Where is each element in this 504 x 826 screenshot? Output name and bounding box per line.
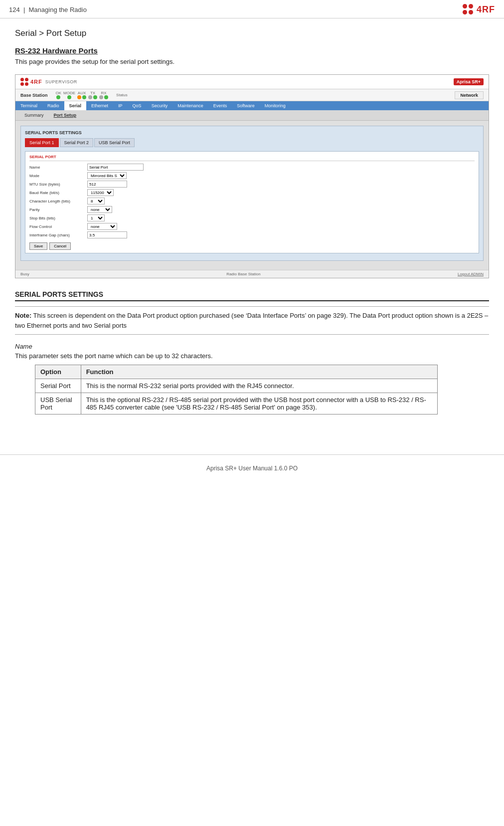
ui-brand-dot-1	[20, 78, 24, 81]
col-function: Function	[81, 365, 438, 379]
ui-indicator-rx-dots	[99, 95, 108, 99]
option-serial-port: Serial Port	[35, 379, 81, 393]
ui-subpanel: SERIAL PORT Name Mode Mirrored Bits S MT…	[25, 151, 479, 253]
ui-nav-ip[interactable]: IP	[113, 101, 128, 110]
ui-select-stop-bits[interactable]: 1	[87, 214, 105, 221]
ui-nav: Terminal Radio Serial Ethernet IP QoS Se…	[15, 101, 489, 110]
option-usb-serial-port: USB Serial Port	[35, 393, 81, 414]
ui-nav-software[interactable]: Software	[232, 101, 260, 110]
ui-nav-ethernet[interactable]: Ethernet	[86, 101, 113, 110]
ui-indicator-mode-label: MODE	[63, 91, 75, 95]
ui-dot-rx2	[104, 95, 108, 99]
logo-text: 4RF	[477, 4, 495, 15]
ui-nav-radio[interactable]: Radio	[42, 101, 64, 110]
ui-subnav-port-setup[interactable]: Port Setup	[49, 112, 82, 119]
ui-network-tab[interactable]: Network	[455, 91, 484, 99]
ui-select-mode[interactable]: Mirrored Bits S	[87, 172, 127, 179]
ui-nav-qos[interactable]: QoS	[128, 101, 147, 110]
ui-form-row-mode: Mode Mirrored Bits S	[29, 172, 475, 179]
ui-indicator-aux: AUX	[77, 91, 86, 99]
ui-select-flow-control[interactable]: none	[87, 223, 117, 230]
ui-supervisor-text: SUPERVISOR	[45, 79, 77, 84]
rs232-section-desc: This page provides the setup for the ser…	[15, 58, 489, 65]
ui-form-label-name: Name	[29, 165, 84, 170]
page-footer: Aprisa SR+ User Manual 1.6.0 PO	[0, 454, 504, 482]
ui-indicator-aux-label: AUX	[78, 91, 86, 95]
ui-footer-center: Radio Base Station	[226, 272, 261, 276]
options-table: Option Function Serial Port This is the …	[35, 365, 438, 414]
ui-dot-tx2	[93, 95, 97, 99]
page-content: Serial > Port Setup RS-232 Hardware Port…	[0, 18, 504, 434]
ui-status-indicators: OK MODE AUX	[56, 91, 109, 99]
ui-nav-security[interactable]: Security	[147, 101, 173, 110]
logo-dot-2	[469, 4, 473, 8]
ui-subnav-summary[interactable]: Summary	[19, 112, 49, 119]
ui-form-label-baud: Baud Rate (bit/s)	[29, 191, 84, 195]
param-desc: This parameter sets the port name which …	[15, 352, 489, 360]
ui-nav-events[interactable]: Events	[208, 101, 232, 110]
aprisa-badge: Aprisa SR+	[454, 78, 484, 85]
table-row: USB Serial Port This is the optional RS-…	[35, 393, 438, 414]
ui-brand-dot-3	[20, 82, 24, 86]
note-block: Note: This screen is dependent on the Da…	[15, 306, 489, 335]
logo-dots	[463, 4, 474, 15]
param-name: Name	[15, 343, 489, 350]
ui-cancel-button[interactable]: Cancel	[49, 242, 71, 250]
footer-text: Aprisa SR+ User Manual 1.6.0 PO	[206, 465, 298, 472]
page-section: Managing the Radio	[29, 6, 87, 13]
ui-tab-serial-port-2[interactable]: Serial Port 2	[60, 138, 94, 147]
ui-indicator-tx-label: TX	[90, 91, 95, 95]
ui-subnav: Summary Port Setup	[15, 110, 489, 121]
ui-subpanel-title: SERIAL PORT	[29, 155, 475, 161]
ui-save-button[interactable]: Save	[29, 242, 47, 250]
ui-dot-aux	[77, 95, 81, 99]
ui-indicator-ok: OK	[56, 91, 62, 99]
ui-tab-usb-serial-port[interactable]: USB Serial Port	[94, 138, 135, 147]
ui-tab-serial-port-1[interactable]: Serial Port 1	[25, 138, 59, 147]
logo-dot-3	[463, 10, 467, 14]
ui-form-row-flow-control: Flow Control none	[29, 223, 475, 230]
ui-nav-serial[interactable]: Serial	[64, 101, 87, 110]
ui-input-interframe[interactable]	[87, 231, 127, 238]
ui-brand-dots	[20, 78, 28, 86]
ui-form-row-stop-bits: Stop Bits (bits) 1	[29, 214, 475, 221]
ui-main: SERIAL PORTS SETTINGS Serial Port 1 Seri…	[15, 121, 489, 270]
ui-status-center: Status	[116, 93, 128, 97]
ui-indicator-tx: TX	[88, 91, 97, 99]
ui-tabs: Serial Port 1 Serial Port 2 USB Serial P…	[25, 138, 479, 147]
rs232-section-title: RS-232 Hardware Ports	[15, 46, 489, 55]
ui-select-char-length[interactable]: 8	[87, 198, 105, 205]
page-title: Serial > Port Setup	[15, 28, 489, 38]
ui-station-label: Base Station	[20, 93, 48, 98]
logo: 4RF	[463, 4, 495, 15]
ui-dot-rx	[99, 95, 103, 99]
ui-nav-maintenance[interactable]: Maintenance	[172, 101, 208, 110]
ui-form-row-char-length: Character Length (bits) 8	[29, 198, 475, 205]
ui-input-mtu[interactable]	[87, 181, 127, 188]
ui-select-baud[interactable]: 115200	[87, 189, 114, 196]
function-usb-serial-port: This is the optional RS-232 / RS-485 ser…	[81, 393, 438, 414]
ui-nav-terminal[interactable]: Terminal	[15, 101, 42, 110]
ui-form-row-interframe: Interframe Gap (chars)	[29, 231, 475, 238]
ui-button-row: Save Cancel	[29, 242, 475, 250]
ui-indicator-aux-dots	[77, 95, 86, 99]
ui-brand-dot-2	[25, 78, 28, 81]
ui-dot-mode	[67, 95, 71, 99]
ui-select-parity[interactable]: none	[87, 206, 112, 213]
ui-footer: Busy Radio Base Station Logout ADMIN	[15, 270, 489, 278]
ui-footer-right[interactable]: Logout ADMIN	[458, 272, 484, 276]
note-label: Note:	[15, 312, 31, 319]
ui-input-name[interactable]	[87, 164, 144, 171]
ui-form-label-interframe: Interframe Gap (chars)	[29, 233, 84, 237]
ui-nav-monitoring[interactable]: Monitoring	[260, 101, 291, 110]
table-row: Serial Port This is the normal RS-232 se…	[35, 379, 438, 393]
ui-footer-left: Busy	[20, 272, 29, 276]
col-option: Option	[35, 365, 81, 379]
ui-brand: 4RF SUPERVISOR	[20, 78, 77, 86]
ui-form-row-baud: Baud Rate (bit/s) 115200	[29, 189, 475, 196]
ui-form-row-mtu: MTU Size (bytes)	[29, 181, 475, 188]
ui-brand-text: 4RF	[30, 79, 42, 85]
ui-dot-ok	[56, 95, 60, 99]
ui-status-bar: Base Station OK MODE AUX	[15, 89, 489, 101]
ui-indicator-ok-label: OK	[56, 91, 62, 95]
